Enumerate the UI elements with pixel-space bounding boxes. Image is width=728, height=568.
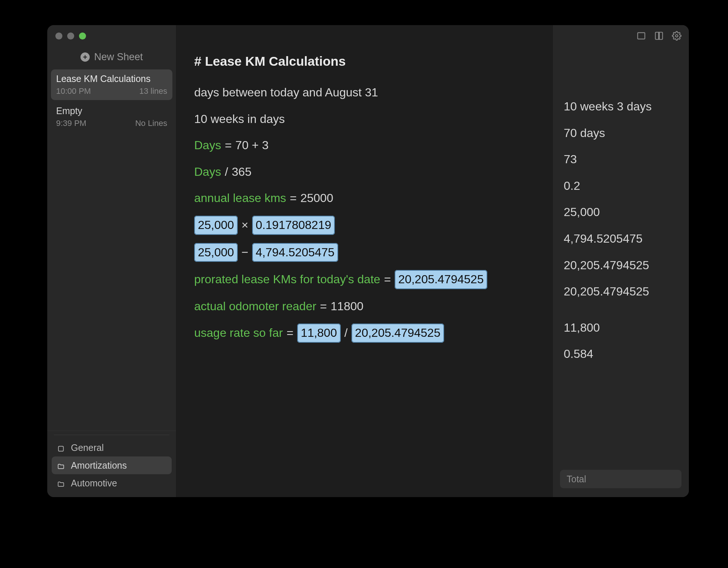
result-value[interactable]: 0.584 — [564, 345, 689, 363]
sheet-time: 10:00 PM — [56, 86, 91, 96]
folder-item[interactable]: General — [52, 439, 172, 456]
result-value[interactable]: 4,794.5205475 — [564, 230, 689, 248]
sheet-lines: 13 lines — [139, 86, 167, 96]
token-op: − — [240, 243, 250, 262]
gear-icon[interactable] — [672, 31, 681, 41]
folder-icon — [56, 479, 66, 487]
sheet-list: Lease KM Calculations10:00 PM13 linesEmp… — [47, 67, 176, 431]
token-op: = — [285, 324, 295, 342]
total-label: Total — [567, 474, 586, 485]
svg-rect-0 — [58, 446, 63, 451]
token-num: 25000 — [301, 189, 333, 208]
window-titlebar — [47, 25, 176, 47]
token-var: Days — [194, 136, 221, 155]
new-sheet-label: New Sheet — [94, 51, 143, 63]
result-value[interactable]: 25,000 — [564, 203, 689, 222]
folder-list: GeneralAmortizationsAutomotive — [47, 431, 176, 497]
token-num: 11800 — [331, 297, 364, 316]
sheet-title: Empty — [56, 106, 167, 116]
result-value[interactable]: 0.2 — [564, 177, 689, 195]
token-num: 70 + 3 — [236, 136, 269, 155]
editor-line[interactable]: actual odomoter reader = 11800 — [194, 297, 541, 316]
token-num: 365 — [232, 163, 251, 181]
token-op: = — [382, 270, 392, 289]
sheet-title: Lease KM Calculations — [56, 73, 167, 84]
result-value[interactable]: 70 days — [564, 124, 689, 143]
editor-line[interactable]: prorated lease KMs for today's date = 20… — [194, 270, 541, 289]
editor-line[interactable]: Days =70 + 3 — [194, 136, 541, 155]
editor-line[interactable]: 10 weeks in days — [194, 110, 541, 129]
results-toolbar — [553, 25, 689, 47]
token-chip: 20,205.4794525 — [395, 270, 487, 289]
result-value[interactable]: 73 — [564, 150, 689, 169]
divider — [54, 435, 169, 435]
token-var: actual odomoter reader — [194, 297, 316, 316]
new-sheet-button[interactable]: New Sheet — [47, 47, 176, 67]
result-value[interactable]: 10 weeks 3 days — [564, 97, 689, 116]
token-var: usage rate so far — [194, 324, 283, 342]
token-text: days between today and August 31 — [194, 83, 378, 102]
folder-label: General — [71, 442, 104, 453]
window-close-button[interactable] — [55, 32, 62, 40]
panel-icon[interactable] — [636, 31, 646, 41]
window-minimize-button[interactable] — [67, 32, 74, 40]
editor-line[interactable]: annual lease kms = 25000 — [194, 189, 541, 208]
editor-pane[interactable]: # Lease KM Calculations days between tod… — [176, 25, 552, 497]
plus-icon — [80, 52, 90, 62]
token-op: / — [223, 163, 230, 181]
token-op: × — [240, 216, 250, 235]
editor-line[interactable]: days between today and August 31 — [194, 83, 541, 102]
token-chip: 25,000 — [194, 216, 238, 235]
sheet-item[interactable]: Lease KM Calculations10:00 PM13 lines — [51, 69, 172, 100]
folder-item[interactable]: Amortizations — [52, 456, 172, 474]
token-chip: 0.1917808219 — [252, 216, 335, 235]
token-chip: 4,794.5205475 — [252, 243, 339, 262]
folder-label: Automotive — [71, 478, 117, 489]
token-var: Days — [194, 163, 221, 181]
sheet-item[interactable]: Empty9:39 PMNo Lines — [51, 102, 172, 132]
result-value[interactable]: 11,800 — [564, 319, 689, 337]
token-chip: 20,205.4794525 — [351, 324, 444, 343]
result-value[interactable]: 20,205.4794525 — [564, 256, 689, 275]
total-button[interactable]: Total — [560, 470, 681, 488]
sidebar: New Sheet Lease KM Calculations10:00 PM1… — [47, 25, 176, 497]
app-window: New Sheet Lease KM Calculations10:00 PM1… — [47, 25, 689, 497]
book-icon[interactable] — [654, 31, 664, 41]
folder-item[interactable]: Automotive — [52, 474, 172, 492]
token-op: = — [319, 297, 329, 316]
svg-rect-1 — [638, 32, 645, 39]
token-op: / — [343, 324, 349, 342]
editor-line[interactable]: 25,000 × 0.1917808219 — [194, 216, 541, 235]
sheet-lines: No Lines — [135, 119, 167, 128]
token-chip: 11,800 — [297, 324, 341, 343]
results-pane: 10 weeks 3 days70 days730.225,0004,794.5… — [552, 25, 689, 497]
document-title: # Lease KM Calculations — [194, 54, 541, 69]
folder-icon — [56, 462, 66, 469]
sheet-time: 9:39 PM — [56, 119, 86, 128]
token-op: = — [223, 136, 233, 155]
window-zoom-button[interactable] — [79, 32, 86, 40]
token-text: 10 weeks in days — [194, 110, 285, 129]
token-chip: 25,000 — [194, 243, 238, 262]
editor-line[interactable]: Days/365 — [194, 163, 541, 181]
svg-point-2 — [676, 35, 678, 37]
editor-line[interactable]: usage rate so far = 11,800/20,205.479452… — [194, 324, 541, 343]
token-var: annual lease kms — [194, 189, 286, 208]
result-value[interactable]: 20,205.4794525 — [564, 283, 689, 301]
folder-label: Amortizations — [71, 460, 127, 471]
token-var: prorated lease KMs for today's date — [194, 270, 380, 289]
token-op: = — [288, 189, 298, 208]
editor-line[interactable]: 25,000 − 4,794.5205475 — [194, 243, 541, 262]
folder-icon — [56, 444, 66, 451]
